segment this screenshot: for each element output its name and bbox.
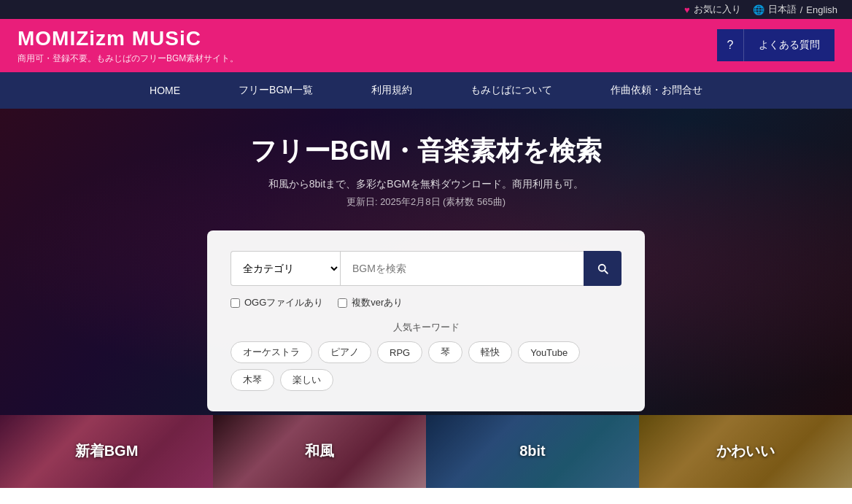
- globe-icon: 🌐: [753, 4, 764, 15]
- keyword-rpg[interactable]: RPG: [377, 341, 422, 363]
- header-actions: ? よくある質問: [717, 29, 834, 61]
- category-cute-label: かわいい: [639, 415, 852, 488]
- nav-bgm-list[interactable]: フリーBGM一覧: [209, 72, 342, 109]
- main-nav: HOME フリーBGM一覧 利用規約 もみじばについて 作曲依頼・お問合せ: [0, 72, 852, 109]
- lang-separator: /: [800, 4, 803, 15]
- category-japanese-label: 和風: [213, 415, 426, 488]
- header: MOMIZizm MUSiC 商用可・登録不要。もみじばのフリーBGM素材サイト…: [0, 19, 852, 72]
- search-button[interactable]: [584, 251, 621, 286]
- category-new-label: 新着BGM: [0, 415, 213, 488]
- header-branding: MOMIZizm MUSiC 商用可・登録不要。もみじばのフリーBGM素材サイト…: [18, 26, 239, 65]
- search-row: 全カテゴリ: [231, 251, 621, 286]
- category-new[interactable]: 新着BGM: [0, 415, 213, 488]
- site-title: MOMIZizm MUSiC: [18, 26, 239, 51]
- keyword-fun[interactable]: 楽しい: [280, 369, 333, 391]
- category-cute[interactable]: かわいい: [639, 415, 852, 488]
- hero-description: 和風から8bitまで、多彩なBGMを無料ダウンロード。商用利用も可。: [15, 178, 837, 191]
- faq-button[interactable]: よくある質問: [743, 29, 834, 61]
- hero-update: 更新日: 2025年2月8日 (素材数 565曲): [15, 195, 837, 209]
- nav-home[interactable]: HOME: [120, 73, 209, 108]
- multiver-label: 複数verあり: [352, 296, 403, 309]
- lang-ja[interactable]: 日本語: [768, 3, 797, 16]
- keywords-list: オーケストラ ピアノ RPG 琴 軽快 YouTube 木琴 楽しい: [231, 341, 621, 391]
- nav-terms[interactable]: 利用規約: [342, 72, 441, 109]
- favorite-link[interactable]: ♥ お気に入り: [684, 3, 741, 16]
- category-8bit-label: 8bit: [426, 415, 639, 488]
- keywords-label: 人気キーワード: [231, 321, 621, 334]
- help-button[interactable]: ?: [717, 29, 743, 61]
- top-bar: ♥ お気に入り 🌐 日本語 / English: [0, 0, 852, 19]
- category-select[interactable]: 全カテゴリ: [231, 251, 340, 286]
- search-icon: [596, 262, 609, 275]
- nav-about[interactable]: もみじばについて: [441, 72, 581, 109]
- multiver-checkbox[interactable]: [338, 298, 347, 308]
- keyword-piano[interactable]: ピアノ: [318, 341, 371, 363]
- language-switcher: 🌐 日本語 / English: [753, 3, 837, 16]
- search-box: 全カテゴリ OGGファイルあり 複数verあり: [207, 230, 645, 411]
- search-input[interactable]: [340, 251, 584, 286]
- hero-section: フリーBGM・音楽素材を検索 和風から8bitまで、多彩なBGMを無料ダウンロー…: [0, 109, 852, 415]
- category-8bit[interactable]: 8bit: [426, 415, 639, 488]
- heart-icon: ♥: [684, 4, 690, 15]
- ogg-checkbox-label[interactable]: OGGファイルあり: [231, 296, 323, 309]
- hero-content: フリーBGM・音楽素材を検索 和風から8bitまで、多彩なBGMを無料ダウンロー…: [0, 112, 852, 411]
- category-grid: 新着BGM 和風 8bit かわいい: [0, 415, 852, 488]
- favorite-label: お気に入り: [694, 3, 741, 16]
- category-japanese[interactable]: 和風: [213, 415, 426, 488]
- hero-title: フリーBGM・音楽素材を検索: [15, 133, 837, 169]
- ogg-label: OGGファイルあり: [244, 296, 323, 309]
- keyword-kaikei[interactable]: 軽快: [468, 341, 512, 363]
- nav-contact[interactable]: 作曲依頼・お問合せ: [581, 72, 732, 109]
- filter-checkboxes: OGGファイルあり 複数verあり: [231, 296, 621, 309]
- lang-en[interactable]: English: [806, 4, 837, 15]
- site-subtitle: 商用可・登録不要。もみじばのフリーBGM素材サイト。: [18, 53, 239, 65]
- keyword-youtube[interactable]: YouTube: [518, 341, 580, 363]
- keyword-marimba[interactable]: 木琴: [231, 369, 274, 391]
- keyword-orchestra[interactable]: オーケストラ: [231, 341, 312, 363]
- keyword-koto[interactable]: 琴: [428, 341, 462, 363]
- ogg-checkbox[interactable]: [231, 298, 240, 308]
- multiver-checkbox-label[interactable]: 複数verあり: [338, 296, 403, 309]
